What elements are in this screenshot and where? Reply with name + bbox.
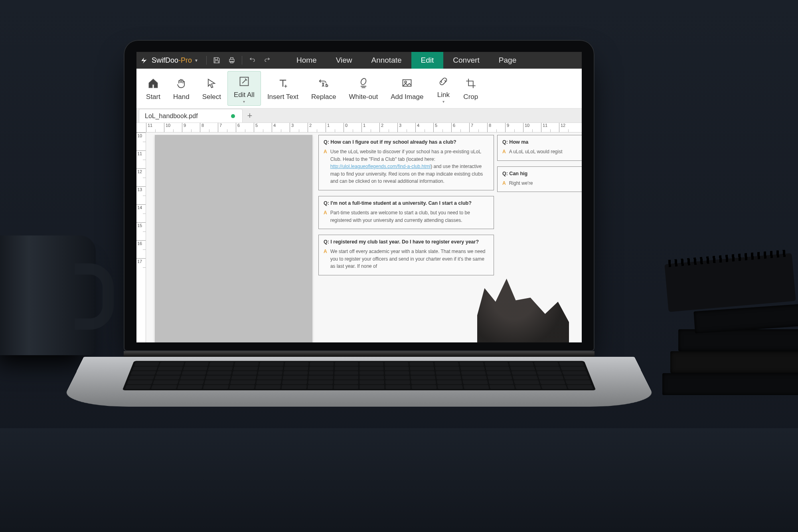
edit-all-icon: [237, 74, 251, 89]
vertical-ruler: 1011121314151617: [136, 133, 146, 342]
ruler-h-tick: 3: [290, 123, 308, 132]
hand-icon: [174, 76, 188, 91]
qa-answer-text: We start off every academic year with a …: [330, 248, 489, 270]
qa-link[interactable]: http://ulol.leagueoflegends.com/find-a-c…: [330, 164, 431, 169]
menu-page[interactable]: Page: [489, 52, 526, 69]
svg-point-4: [360, 78, 367, 85]
ruler-v-tick: 17: [136, 258, 146, 276]
document-column-1: How can I figure out if my school alread…: [318, 135, 494, 281]
ruler-h-tick: 3: [397, 123, 415, 132]
print-icon[interactable]: [224, 52, 239, 69]
save-icon[interactable]: [209, 52, 224, 69]
qa-answer-text: A uLoL uLoL would regist: [509, 148, 563, 156]
tool-replace[interactable]: Replace: [305, 71, 342, 106]
ruler-h-tick: 11: [541, 123, 559, 132]
tool-crop[interactable]: Crop: [457, 71, 484, 106]
tool-edit-all[interactable]: Edit All▾: [227, 71, 261, 106]
select-icon: [204, 76, 219, 91]
qa-question: I'm not a full-time student at a univers…: [324, 200, 489, 206]
titlebar: SwifDoo-Pro ▼ HomeViewAnnotateEditConver…: [136, 52, 582, 69]
qa-answer: AUse the uLoL website to discover if you…: [324, 148, 489, 185]
start-icon: [146, 76, 160, 91]
laptop-bezel: SwifDoo-Pro ▼ HomeViewAnnotateEditConver…: [124, 40, 595, 351]
menu-annotate[interactable]: Annotate: [361, 52, 411, 69]
laptop: SwifDoo-Pro ▼ HomeViewAnnotateEditConver…: [124, 40, 595, 437]
workspace: 1011121314151617 How can I figure out if…: [136, 133, 582, 342]
tool-hand[interactable]: Hand: [167, 71, 196, 106]
tool-add-image[interactable]: Add Image: [384, 71, 430, 106]
new-tab-button[interactable]: +: [243, 109, 257, 123]
tool-white-out[interactable]: White-out: [342, 71, 384, 106]
edit-ribbon: StartHandSelectEdit All▾Insert TextRepla…: [136, 69, 582, 109]
qa-answer: AA uLoL uLoL would regist: [502, 148, 582, 156]
document-tab-title: LoL_handbook.pdf: [145, 113, 198, 120]
menu-edit[interactable]: Edit: [411, 52, 444, 69]
unsaved-indicator-icon: [231, 114, 235, 118]
qa-block[interactable]: I'm not a full-time student at a univers…: [318, 196, 494, 229]
ruler-h-tick: 10: [164, 123, 182, 132]
dropdown-caret-icon: ▾: [243, 101, 245, 103]
ruler-h-tick: 1: [361, 123, 379, 132]
titlebar-separator: [206, 56, 207, 65]
ruler-h-tick: 9: [182, 123, 200, 132]
menu-bar: HomeViewAnnotateEditConvertPage: [287, 52, 526, 69]
answer-marker: A: [324, 209, 327, 224]
document-tab[interactable]: LoL_handbook.pdf: [139, 109, 243, 123]
replace-icon: [316, 76, 331, 91]
menu-view[interactable]: View: [326, 52, 362, 69]
undo-icon[interactable]: [245, 52, 260, 69]
svg-rect-0: [229, 59, 234, 62]
tool-link[interactable]: Link▾: [430, 71, 457, 106]
ruler-h-tick: 6: [451, 123, 469, 132]
menu-convert[interactable]: Convert: [443, 52, 489, 69]
crop-icon: [464, 76, 478, 91]
brand-name-a: SwifDoo: [152, 56, 178, 65]
ruler-h-tick: 5: [433, 123, 451, 132]
qa-question: How ma: [502, 139, 582, 145]
ruler-h-tick: 8: [487, 123, 505, 132]
ruler-h-tick: 5: [254, 123, 272, 132]
qa-answer-text: Use the uLoL website to discover if your…: [330, 148, 489, 185]
tool-start[interactable]: Start: [140, 71, 167, 106]
tool-label: Hand: [173, 93, 190, 101]
ruler-v-tick: 11: [136, 150, 146, 168]
answer-marker: A: [324, 148, 327, 185]
menu-home[interactable]: Home: [287, 52, 326, 69]
qa-block[interactable]: How can I figure out if my school alread…: [318, 135, 494, 190]
desk-surface: [0, 428, 798, 532]
ruler-v-tick: 10: [136, 133, 146, 150]
tool-insert-text[interactable]: Insert Text: [261, 71, 305, 106]
coffee-mug: [0, 235, 96, 355]
add-image-icon: [400, 76, 414, 91]
tool-label: Start: [146, 93, 160, 101]
ruler-v-tick: 14: [136, 204, 146, 222]
answer-marker: A: [502, 180, 506, 187]
qa-block[interactable]: How maAA uLoL uLoL would regist: [497, 135, 582, 161]
laptop-keyboard: [59, 357, 659, 407]
tool-label: Link: [437, 91, 450, 99]
embedded-image: [477, 275, 569, 342]
ruler-v-tick: 15: [136, 222, 146, 240]
qa-question: I registered my club last year. Do I hav…: [324, 239, 489, 245]
qa-answer: AWe start off every academic year with a…: [324, 248, 489, 270]
svg-point-6: [405, 81, 407, 83]
qa-block[interactable]: Can higARight we're: [497, 166, 582, 192]
document-canvas[interactable]: How can I figure out if my school alread…: [146, 133, 582, 342]
redo-icon[interactable]: [260, 52, 275, 69]
brand-dropdown-icon[interactable]: ▼: [192, 58, 204, 63]
ruler-h-tick: 1: [326, 123, 344, 132]
ruler-h-tick: 7: [469, 123, 487, 132]
tool-label: Select: [202, 93, 221, 101]
insert-text-icon: [276, 76, 290, 91]
tool-label: Edit All: [234, 91, 255, 99]
tool-label: Replace: [311, 93, 336, 101]
ruler-h-tick: 4: [272, 123, 290, 132]
ruler-h-tick: 12: [559, 123, 577, 132]
ruler-h-tick: 8: [200, 123, 218, 132]
qa-block[interactable]: I registered my club last year. Do I hav…: [318, 235, 494, 275]
qa-answer-text: Part-time students are welcome to start …: [330, 209, 489, 224]
tool-select[interactable]: Select: [196, 71, 227, 106]
qa-answer: APart-time students are welcome to start…: [324, 209, 489, 224]
tool-label: White-out: [349, 93, 378, 101]
link-icon: [436, 74, 450, 89]
